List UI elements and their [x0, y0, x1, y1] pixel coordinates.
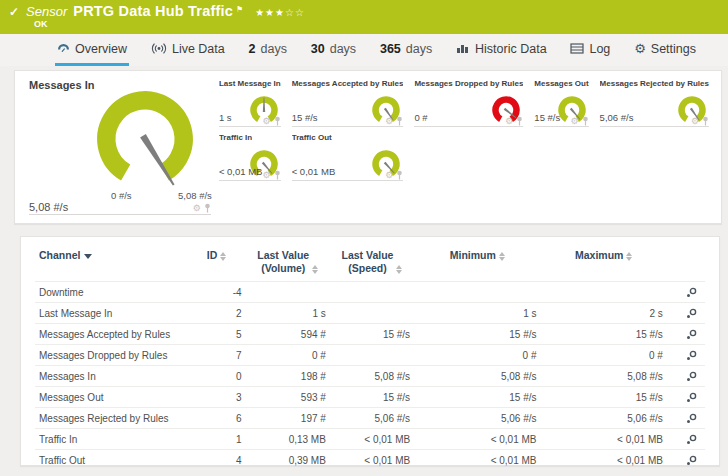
- channel-settings-icon[interactable]: [671, 413, 697, 424]
- minimum-value: 0 #: [414, 345, 540, 366]
- gear-icon[interactable]: ⚙: [385, 171, 393, 180]
- priority-stars[interactable]: ★★★☆☆: [255, 7, 305, 18]
- minimum-value: [414, 282, 540, 303]
- gauge-messages-dropped[interactable]: Messages Dropped by Rules 0 # ⚙: [414, 79, 523, 127]
- channel-settings-icon[interactable]: [671, 392, 697, 403]
- tab-365-days[interactable]: 365 days: [378, 34, 434, 66]
- minimum-value: 1 s: [414, 303, 540, 324]
- column-header-last-value-speed[interactable]: Last Value(Speed): [330, 247, 414, 282]
- tab-30-days[interactable]: 30 days: [309, 34, 358, 66]
- gauge-value: 15 #/s: [292, 112, 318, 123]
- gear-icon[interactable]: ⚙: [263, 171, 271, 180]
- tab-live-data[interactable]: Live Data: [149, 34, 227, 66]
- stars-empty[interactable]: ☆☆: [285, 7, 305, 18]
- column-header-minimum[interactable]: Minimum: [414, 247, 540, 282]
- table-row: Messages Accepted by Rules 5 594 # 15 #/…: [35, 324, 705, 345]
- maximum-value: 5,08 #/s: [541, 366, 667, 387]
- pin-icon[interactable]: [396, 170, 403, 180]
- gauge-traffic-in[interactable]: Traffic In < 0,01 MB ⚙: [219, 133, 281, 181]
- channel-name: Last Message In: [35, 303, 187, 324]
- sort-caret-icon: [84, 254, 92, 259]
- column-header-channel[interactable]: Channel: [35, 247, 187, 282]
- minimum-value: < 0,01 MB: [414, 429, 540, 450]
- column-header-maximum[interactable]: Maximum: [541, 247, 667, 282]
- gauge-value: < 0,01 MB: [292, 166, 336, 177]
- gauge-messages-accepted[interactable]: Messages Accepted by Rules 15 #/s ⚙: [292, 79, 404, 127]
- gauge-messages-rejected[interactable]: Messages Rejected by Rules 5,06 #/s ⚙: [600, 79, 709, 127]
- pin-icon[interactable]: [582, 116, 589, 126]
- tab-historic-data[interactable]: Historic Data: [454, 34, 549, 66]
- table-row: Traffic Out 4 0,39 MB < 0,01 MB < 0,01 M…: [35, 450, 705, 471]
- channel-settings-icon[interactable]: [671, 329, 697, 340]
- pin-icon[interactable]: [204, 203, 211, 213]
- sort-arrows-icon: [396, 265, 402, 274]
- last-value-volume: 0,39 MB: [246, 450, 330, 471]
- channel-settings-icon[interactable]: [671, 455, 697, 466]
- maximum-value: 0 #: [541, 345, 667, 366]
- gear-icon[interactable]: ⚙: [385, 117, 393, 126]
- sort-arrows-icon: [626, 252, 632, 261]
- small-gauges-grid: Last Message In 1 s ⚙ Messages Accepted …: [217, 71, 721, 223]
- channel-name: Traffic Out: [35, 450, 187, 471]
- gear-icon[interactable]: ⚙: [505, 117, 513, 126]
- gear-icon: ⚙: [634, 42, 646, 55]
- tab-log[interactable]: Log: [568, 34, 612, 66]
- column-header-id[interactable]: ID: [187, 247, 245, 282]
- table-header-row: Channel ID Last Value(Volume) Last Value…: [35, 247, 705, 282]
- table-row: Messages Dropped by Rules 7 0 # 0 # 0 #: [35, 345, 705, 366]
- channel-settings-icon[interactable]: [671, 350, 697, 361]
- gear-icon[interactable]: ⚙: [691, 117, 699, 126]
- gear-icon[interactable]: ⚙: [193, 204, 201, 213]
- tab-bar: Overview Live Data 2 days 30 days 365 da…: [0, 34, 728, 66]
- channel-id: 3: [187, 387, 245, 408]
- pin-icon[interactable]: [516, 116, 523, 126]
- gauge-icon: [57, 43, 70, 54]
- channel-name: Messages Out: [35, 387, 187, 408]
- maximum-value: 15 #/s: [541, 324, 667, 345]
- tab-settings-label: Settings: [651, 42, 696, 56]
- pin-icon[interactable]: [396, 116, 403, 126]
- gauge-value: 1 s: [219, 112, 232, 123]
- gear-icon[interactable]: ⚙: [263, 117, 271, 126]
- last-value-speed: [330, 303, 414, 324]
- gauge-label: Messages Accepted by Rules: [292, 79, 404, 88]
- column-header-last-value-volume[interactable]: Last Value(Volume): [246, 247, 330, 282]
- gauge-last-message-in[interactable]: Last Message In 1 s ⚙: [219, 79, 281, 127]
- channel-id: 1: [187, 429, 245, 450]
- tab-2-days[interactable]: 2 days: [247, 34, 289, 66]
- tab-settings[interactable]: ⚙ Settings: [632, 34, 698, 66]
- channel-settings-icon[interactable]: [671, 287, 697, 298]
- channel-id: 6: [187, 408, 245, 429]
- last-value-speed: 15 #/s: [330, 324, 414, 345]
- pin-icon[interactable]: [274, 116, 281, 126]
- channel-name: Messages Rejected by Rules: [35, 408, 187, 429]
- maximum-value: 2 s: [541, 303, 667, 324]
- tab-365-days-number: 365: [380, 42, 401, 56]
- last-value-speed: [330, 345, 414, 366]
- gauge-messages-out[interactable]: Messages Out 15 #/s ⚙: [534, 79, 588, 127]
- last-value-volume: [246, 282, 330, 303]
- main-gauge-messages-in[interactable]: Messages In 0 #/s 5,08 #/s 5,08 #/s ⚙: [15, 71, 217, 223]
- channel-table-panel: Channel ID Last Value(Volume) Last Value…: [20, 236, 720, 466]
- gauge-value: 0 #: [414, 112, 427, 123]
- pin-icon[interactable]: [702, 116, 709, 126]
- gauge-label: Traffic In: [219, 133, 281, 142]
- stars-filled[interactable]: ★★★: [255, 7, 285, 18]
- channel-settings-icon[interactable]: [671, 434, 697, 445]
- tab-overview[interactable]: Overview: [55, 34, 129, 66]
- maximum-value: 15 #/s: [541, 387, 667, 408]
- gear-icon[interactable]: ⚙: [571, 117, 579, 126]
- channel-settings-icon[interactable]: [671, 371, 697, 382]
- pin-icon[interactable]: [274, 170, 281, 180]
- last-value-speed: < 0,01 MB: [330, 450, 414, 471]
- gauge-traffic-out[interactable]: Traffic Out < 0,01 MB ⚙: [292, 133, 404, 181]
- flag-icon[interactable]: ⚑: [236, 5, 243, 14]
- maximum-value: 5,06 #/s: [541, 408, 667, 429]
- last-value-speed: 15 #/s: [330, 387, 414, 408]
- channel-name: Messages Accepted by Rules: [35, 324, 187, 345]
- channel-settings-icon[interactable]: [671, 308, 697, 319]
- last-value-volume: 197 #: [246, 408, 330, 429]
- channel-id: 7: [187, 345, 245, 366]
- tab-overview-label: Overview: [75, 42, 127, 56]
- gauge-label: Messages Dropped by Rules: [414, 79, 523, 88]
